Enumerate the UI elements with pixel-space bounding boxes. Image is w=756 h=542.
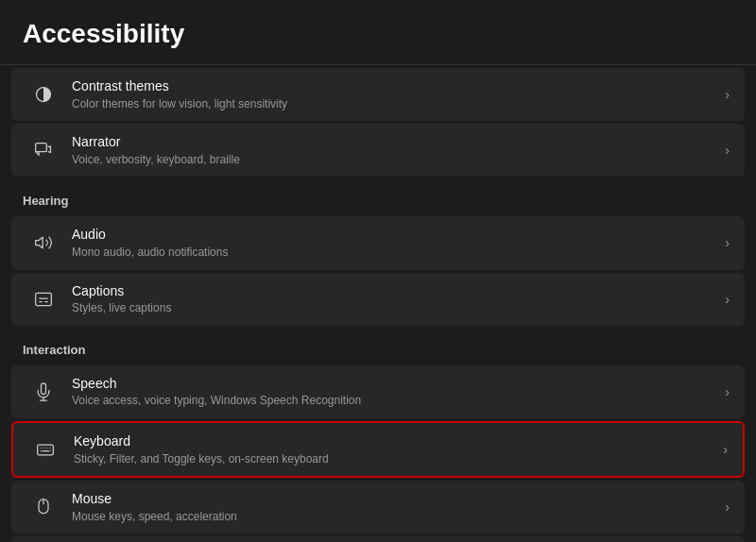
keyboard-icon [28, 432, 62, 466]
keyboard-title: Keyboard [74, 432, 715, 451]
mouse-title: Mouse [72, 490, 717, 509]
svg-rect-6 [38, 445, 54, 455]
audio-chevron: › [725, 235, 730, 250]
sidebar-item-eye-control[interactable]: Eye control Eye tracker, text-to-speech … [11, 536, 745, 542]
audio-icon [26, 226, 60, 260]
sidebar-item-mouse[interactable]: Mouse Mouse keys, speed, acceleration › [11, 481, 745, 534]
top-divider [0, 64, 756, 65]
sidebar-item-contrast-themes[interactable]: Contrast themes Color themes for low vis… [11, 68, 745, 121]
keyboard-chevron: › [723, 442, 728, 457]
speech-title: Speech [72, 375, 717, 394]
narrator-icon [26, 133, 60, 167]
captions-icon [26, 282, 60, 316]
speech-chevron: › [725, 384, 730, 399]
narrator-text: Narrator Voice, verbosity, keyboard, bra… [60, 133, 717, 167]
sidebar-item-captions[interactable]: Captions Styles, live captions › [11, 273, 745, 326]
sidebar-item-audio[interactable]: Audio Mono audio, audio notifications › [11, 216, 745, 269]
audio-text: Audio Mono audio, audio notifications [60, 226, 717, 260]
mouse-icon [26, 490, 60, 524]
page-title: Accessibility [0, 0, 756, 64]
narrator-chevron: › [725, 143, 730, 158]
speech-desc: Voice access, voice typing, Windows Spee… [72, 394, 717, 409]
svg-rect-3 [36, 293, 52, 305]
sidebar-item-narrator[interactable]: Narrator Voice, verbosity, keyboard, bra… [11, 124, 745, 177]
narrator-title: Narrator [72, 133, 717, 152]
narrator-desc: Voice, verbosity, keyboard, braille [72, 153, 717, 168]
captions-text: Captions Styles, live captions [60, 282, 717, 316]
section-hearing: Hearing Audio Mono audio, audio notifica… [0, 180, 756, 325]
speech-icon [26, 375, 60, 409]
sidebar-item-speech[interactable]: Speech Voice access, voice typing, Windo… [11, 365, 745, 418]
captions-title: Captions [72, 282, 717, 301]
mouse-chevron: › [725, 500, 730, 515]
svg-marker-2 [36, 238, 43, 249]
audio-title: Audio [72, 226, 717, 245]
section-vision: Contrast themes Color themes for low vis… [0, 68, 756, 177]
hearing-label: Hearing [0, 180, 756, 213]
keyboard-text: Keyboard Sticky, Filter, and Toggle keys… [62, 432, 715, 466]
speech-text: Speech Voice access, voice typing, Windo… [60, 375, 717, 409]
contrast-themes-text: Contrast themes Color themes for low vis… [60, 77, 717, 111]
section-interaction: Interaction Speech Voice access, voice t… [0, 330, 756, 542]
svg-rect-1 [36, 144, 47, 152]
audio-desc: Mono audio, audio notifications [72, 246, 717, 261]
page-container: Accessibility Contrast themes Color them… [0, 0, 756, 542]
captions-desc: Styles, live captions [72, 301, 717, 316]
interaction-label: Interaction [0, 330, 756, 363]
contrast-themes-title: Contrast themes [72, 77, 717, 96]
sidebar-item-keyboard[interactable]: Keyboard Sticky, Filter, and Toggle keys… [11, 421, 745, 478]
mouse-desc: Mouse keys, speed, acceleration [72, 510, 717, 525]
contrast-icon [26, 77, 60, 111]
contrast-themes-chevron: › [725, 87, 730, 102]
contrast-themes-desc: Color themes for low vision, light sensi… [72, 97, 717, 112]
mouse-text: Mouse Mouse keys, speed, acceleration [60, 490, 717, 524]
captions-chevron: › [725, 292, 730, 307]
keyboard-desc: Sticky, Filter, and Toggle keys, on-scre… [74, 452, 715, 467]
